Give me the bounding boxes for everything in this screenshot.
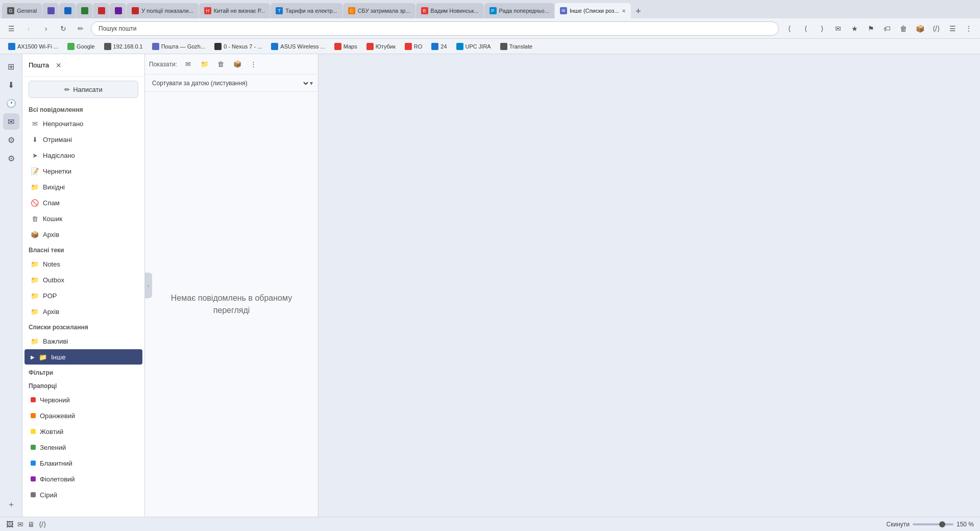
tab-close-inbox[interactable]: ✕	[622, 8, 626, 14]
flag-dot-violet	[31, 476, 36, 481]
sidebar-item-flag-blue[interactable]: Блакитний	[24, 455, 142, 471]
nav-icon-1[interactable]: ⟨	[782, 21, 796, 36]
sidebar-item-flag-orange[interactable]: Оранжевий	[24, 408, 142, 423]
status-icon-monitor[interactable]: 🖥	[28, 520, 35, 528]
sidebar-close-button[interactable]: ✕	[53, 60, 64, 71]
sidebar-item-flag-gray[interactable]: Сірий	[24, 487, 142, 502]
bookmark-poshta[interactable]: Пошта — Gozh...	[148, 41, 209, 52]
sidebar-item-flag-violet[interactable]: Фіолетовий	[24, 471, 142, 487]
tab-favicon-general: G	[7, 7, 14, 14]
compose-button[interactable]: ✏ Написати	[29, 81, 138, 98]
refresh-btn[interactable]: ↻	[56, 21, 70, 36]
nav-icon-envelope[interactable]: ✉	[831, 21, 845, 36]
tab-2[interactable]	[42, 3, 59, 18]
bookmark-nexus[interactable]: 0 - Nexus 7 - ...	[210, 41, 266, 52]
rail-icon-columns[interactable]: ⊞	[3, 58, 19, 75]
sidebar-item-flag-red[interactable]: Червоний	[24, 392, 142, 407]
bookmark-translate[interactable]: Translate	[496, 41, 536, 52]
sort-select[interactable]: Сортувати за датою (листування)	[150, 79, 310, 87]
sidebar-item-other[interactable]: ▶ 📁 Інше	[24, 349, 142, 365]
rail-icon-gear1[interactable]: ⚙	[3, 132, 19, 148]
sidebar-item-sent[interactable]: ➤ Надіслано	[24, 148, 142, 163]
tab-vadym[interactable]: В Вадим Новинськ...	[416, 3, 484, 18]
sidebar-toggle-btn[interactable]: ☰	[4, 21, 18, 36]
sidebar-scroll[interactable]: Всі повідомлення ✉ Непрочитано ⬇ Отриман…	[22, 102, 144, 517]
sidebar-item-outbox[interactable]: 📁 Outbox	[24, 272, 142, 287]
bookmark-maps[interactable]: Maps	[330, 41, 361, 52]
status-icon-image[interactable]: 🖼	[6, 520, 13, 528]
section-mailing-lists: Списки розсилання	[22, 320, 144, 333]
sidebar-item-flag-green[interactable]: Зелений	[24, 440, 142, 455]
sidebar-label-notes: Notes	[43, 260, 60, 268]
sidebar-label-unread: Непрочитано	[43, 120, 83, 128]
sidebar-item-notes[interactable]: 📁 Notes	[24, 256, 142, 272]
sidebar-collapse-handle[interactable]: ‹	[145, 273, 152, 298]
archive2-folder-icon: 📁	[31, 308, 39, 316]
toolbar-folder-btn[interactable]: 📁	[198, 58, 212, 71]
tab-general[interactable]: G General	[2, 3, 42, 18]
bookmark-asus[interactable]: ASUS Wireless ...	[267, 41, 329, 52]
sidebar-item-outgoing[interactable]: 📁 Вихідні	[24, 179, 142, 195]
back-btn[interactable]: ‹	[21, 21, 36, 36]
nav-icon-more[interactable]: ⋮	[962, 21, 976, 36]
tab-kitai[interactable]: Н Китай не визнає Р...	[199, 3, 270, 18]
forward-btn[interactable]: ›	[39, 21, 53, 36]
sidebar-item-drafts[interactable]: 📝 Чернетки	[24, 163, 142, 179]
sidebar-item-archive2[interactable]: 📁 Архів	[24, 304, 142, 319]
nav-icon-star[interactable]: ★	[847, 21, 862, 36]
rail-icon-mail[interactable]: ✉	[3, 113, 19, 130]
toolbar-inbox-btn[interactable]: ✉	[181, 58, 195, 71]
sidebar-item-pop[interactable]: 📁 POP	[24, 288, 142, 303]
bookmark-ro[interactable]: RO	[401, 41, 427, 52]
bookmark-youtube[interactable]: Ютубик	[362, 41, 400, 52]
nav-icon-list[interactable]: ☰	[945, 21, 960, 36]
zoom-reset-label[interactable]: Скинути	[887, 521, 910, 528]
new-tab-button[interactable]: +	[631, 4, 646, 18]
tab-4[interactable]	[76, 3, 92, 18]
tab-police[interactable]: У поліції показали...	[127, 3, 199, 18]
status-icons: 🖼 ✉ 🖥 ⟨/⟩	[6, 520, 46, 528]
bookmark-ax1500[interactable]: AX1500 Wi-Fi ...	[4, 41, 62, 52]
zoom-slider[interactable]	[913, 523, 953, 525]
bookmark-ip[interactable]: 192.168.0.1	[100, 41, 147, 52]
sidebar-item-flag-yellow[interactable]: Жовтий	[24, 424, 142, 439]
sidebar-item-unread[interactable]: ✉ Непрочитано	[24, 116, 142, 131]
toolbar-delete-btn[interactable]: 🗑	[214, 58, 228, 71]
nav-icon-2[interactable]: ⟨	[798, 21, 813, 36]
tab-3[interactable]	[59, 3, 76, 18]
nav-icon-delete[interactable]: 🗑	[896, 21, 911, 36]
tab-inbox[interactable]: ✉ Інше (Списки роз... ✕	[555, 3, 631, 18]
sidebar-item-received[interactable]: ⬇ Отримані	[24, 132, 142, 147]
rail-icon-plus[interactable]: ＋	[3, 496, 19, 513]
nav-icon-archive[interactable]: 📦	[913, 21, 927, 36]
rail-icon-download[interactable]: ⬇	[3, 77, 19, 93]
tab-5[interactable]	[93, 3, 109, 18]
nav-icon-flag[interactable]: ⚑	[864, 21, 878, 36]
edit-btn[interactable]: ✏	[74, 21, 88, 36]
toolbar-archive-btn[interactable]: 📦	[230, 58, 244, 71]
bookmark-google[interactable]: Google	[63, 41, 99, 52]
tab-tarif[interactable]: Т Тарифи на електр...	[271, 3, 342, 18]
rail-icon-clock[interactable]: 🕐	[3, 95, 19, 111]
sidebar-label-spam: Спам	[43, 199, 60, 207]
sidebar-label-pop: POP	[43, 292, 57, 300]
nav-icon-code[interactable]: ⟨/⟩	[929, 21, 943, 36]
toolbar-more-btn[interactable]: ⋮	[247, 58, 261, 71]
nav-icon-3[interactable]: ⟩	[815, 21, 829, 36]
status-icon-code[interactable]: ⟨/⟩	[39, 520, 46, 528]
sidebar-item-archive[interactable]: 📦 Архів	[24, 227, 142, 242]
sidebar-item-trash[interactable]: 🗑 Кошик	[24, 211, 142, 226]
bookmark-jira[interactable]: UPC JIRA	[452, 41, 495, 52]
address-bar[interactable]: Пошук пошти	[91, 21, 779, 36]
tab-rada[interactable]: Р Рада попередньо...	[484, 3, 554, 18]
tab-sbu[interactable]: С СБУ затримала зр...	[343, 3, 415, 18]
bookmarks-bar: AX1500 Wi-Fi ... Google 192.168.0.1 Пошт…	[0, 39, 980, 54]
tab-6[interactable]	[110, 3, 126, 18]
rail-icon-gear2[interactable]: ⚙	[3, 150, 19, 166]
status-icon-mail[interactable]: ✉	[17, 520, 23, 528]
sidebar-item-important[interactable]: 📁 Важливі	[24, 333, 142, 349]
spam-icon: 🚫	[31, 199, 39, 207]
sidebar-item-spam[interactable]: 🚫 Спам	[24, 195, 142, 210]
bookmark-24[interactable]: 24	[427, 41, 451, 52]
nav-icon-tag[interactable]: 🏷	[880, 21, 894, 36]
